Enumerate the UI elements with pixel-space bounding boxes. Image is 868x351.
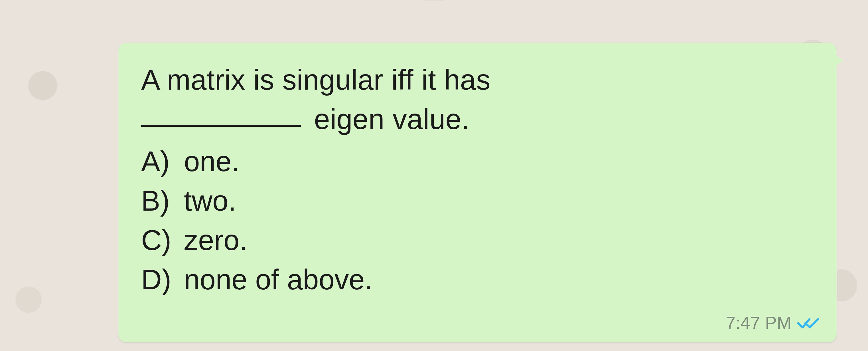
- question-line-2-suffix: eigen value.: [314, 103, 469, 135]
- question-line-2: eigen value.: [141, 99, 814, 139]
- option-text: one.: [184, 142, 240, 181]
- option-label: C): [141, 220, 184, 260]
- option-text: none of above.: [184, 260, 373, 299]
- option-c: C) zero.: [141, 220, 814, 260]
- option-a: A) one.: [141, 142, 814, 181]
- fill-in-blank: [141, 125, 301, 127]
- question-line-1: A matrix is singular iff it has: [141, 60, 814, 99]
- message-text: A matrix is singular iff it has eigen va…: [141, 60, 814, 139]
- message-meta: 7:47 PM: [726, 313, 819, 333]
- option-label: D): [141, 260, 184, 299]
- read-receipt-icon: [797, 315, 819, 331]
- message-timestamp: 7:47 PM: [726, 313, 792, 333]
- option-text: two.: [184, 181, 236, 220]
- outgoing-message-bubble[interactable]: A matrix is singular iff it has eigen va…: [118, 43, 837, 343]
- options-list: A) one. B) two. C) zero. D) none of abov…: [141, 142, 814, 299]
- option-label: A): [141, 142, 184, 181]
- option-text: zero.: [184, 220, 247, 260]
- option-label: B): [141, 181, 184, 220]
- option-b: B) two.: [141, 181, 814, 220]
- option-d: D) none of above.: [141, 260, 814, 299]
